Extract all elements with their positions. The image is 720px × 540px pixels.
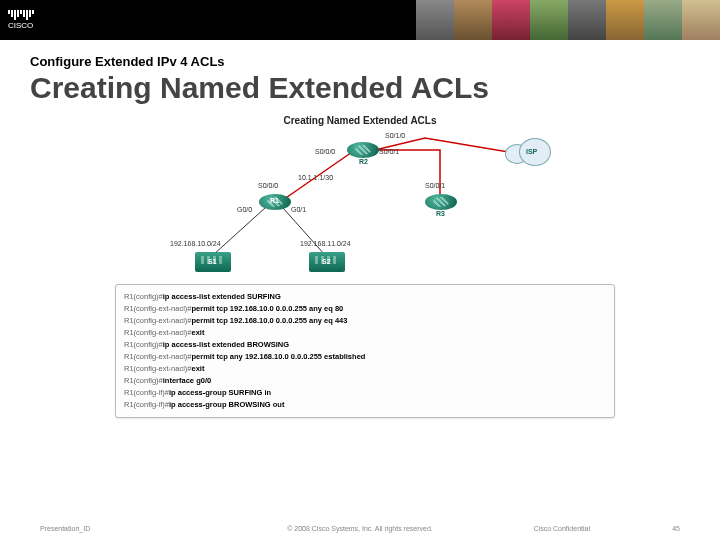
router-r2-icon (347, 142, 379, 158)
footer-left: Presentation_ID (40, 525, 90, 532)
term-line: R1(config)#interface g0/0 (124, 375, 606, 387)
term-line: R1(config-if)#ip access-group SURFING in (124, 387, 606, 399)
slide-title: Creating Named Extended ACLs (30, 71, 690, 105)
svg-line-2 (283, 208, 325, 255)
term-line: R1(config-ext-nacl)#exit (124, 363, 606, 375)
lbl-g00: G0/0 (237, 206, 252, 213)
footer-right2: 45 (672, 525, 680, 532)
term-line: R1(config-if)#ip access-group BROWSING o… (124, 399, 606, 411)
svg-line-1 (213, 208, 265, 255)
network-diagram: R2 R1 R3 ISP S1 S2 S0/1/0 S0/0/0 S0/0/1 … (115, 130, 605, 280)
footer-right1: Cisco Confidential (534, 525, 590, 532)
lbl-s000b: S0/0/0 (258, 182, 278, 189)
router-r1-label: R1 (270, 197, 279, 204)
router-r2-label: R2 (359, 158, 368, 165)
lbl-r1r2net: 10.1.1.1/30 (298, 174, 333, 181)
isp-label: ISP (526, 148, 537, 155)
router-r3-icon (425, 194, 457, 210)
lbl-lan1: 192.168.10.0/24 (170, 240, 221, 247)
lbl-s000a: S0/0/0 (315, 148, 335, 155)
footer-center: © 2008 Cisco Systems, Inc. All rights re… (287, 525, 433, 532)
term-line: R1(config-ext-nacl)#exit (124, 327, 606, 339)
slide-subtitle: Configure Extended IPv 4 ACLs (30, 54, 690, 69)
diagram-area: Creating Named Extended ACLs R2 R1 R3 IS… (115, 115, 605, 418)
header-bar: CISCO (0, 0, 720, 40)
logo-text: CISCO (8, 21, 34, 30)
diagram-title: Creating Named Extended ACLs (115, 115, 605, 126)
term-line: R1(config)#ip access-list extended SURFI… (124, 291, 606, 303)
switch-s1-label: S1 (208, 258, 217, 265)
router-r3-label: R3 (436, 210, 445, 217)
term-line: R1(config-ext-nacl)#permit tcp any 192.1… (124, 351, 606, 363)
switch-s2-label: S2 (322, 258, 331, 265)
content-area: Configure Extended IPv 4 ACLs Creating N… (0, 40, 720, 418)
terminal-box: R1(config)#ip access-list extended SURFI… (115, 284, 615, 418)
lbl-s001a: S0/0/1 (379, 148, 399, 155)
photo-strip (416, 0, 720, 40)
term-line: R1(config-ext-nacl)#permit tcp 192.168.1… (124, 303, 606, 315)
lbl-g01: G0/1 (291, 206, 306, 213)
lbl-s001b: S0/0/1 (425, 182, 445, 189)
footer: Presentation_ID © 2008 Cisco Systems, In… (0, 525, 720, 532)
lbl-lan2: 192.168.11.0/24 (300, 240, 351, 247)
cisco-logo: CISCO (8, 10, 34, 30)
term-line: R1(config-ext-nacl)#permit tcp 192.168.1… (124, 315, 606, 327)
term-line: R1(config)#ip access-list extended BROWS… (124, 339, 606, 351)
lbl-s010: S0/1/0 (385, 132, 405, 139)
